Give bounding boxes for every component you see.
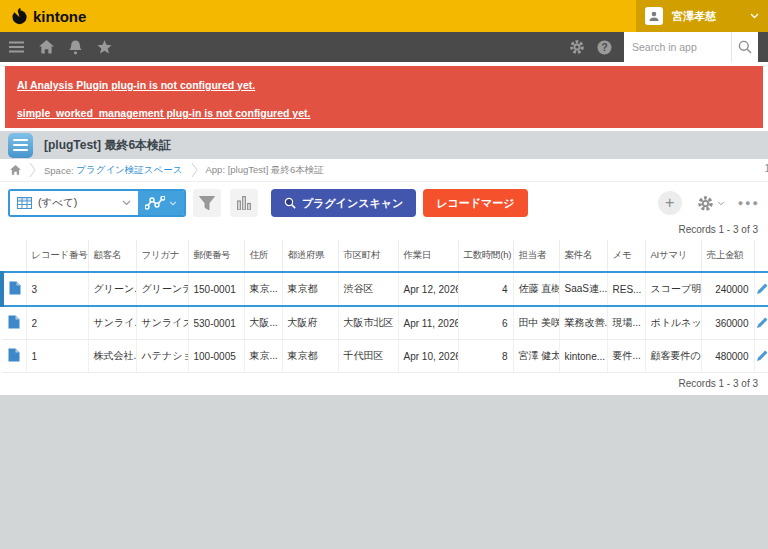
- navbar-left-icons: [0, 40, 112, 55]
- scan-magnifier-icon: [284, 197, 296, 209]
- table-cell: 東京都: [282, 340, 338, 373]
- notifications-bell-icon[interactable]: [69, 40, 82, 55]
- more-options-button[interactable]: ●●●: [732, 198, 760, 208]
- column-header-10[interactable]: 案件名: [559, 240, 607, 272]
- records-table: レコード番号顧客名フリガナ郵便番号住所都道府県市区町村作業日工数時間(h)担当者…: [0, 240, 768, 373]
- app-title: [plugTest] 最終6本検証: [44, 137, 171, 154]
- search-input[interactable]: [624, 32, 731, 62]
- column-header-12[interactable]: AIサマリ: [645, 240, 701, 272]
- column-header-edit[interactable]: [754, 240, 768, 272]
- column-header-7[interactable]: 作業日: [398, 240, 458, 272]
- records-summary-bottom: Records 1 - 3 of 3: [0, 373, 768, 395]
- view-toolbar: (すべて) プラグインスキャン レコードマージ + ●●●: [0, 182, 768, 223]
- table-cell: 現場...: [607, 306, 645, 340]
- table-row[interactable]: 3グリーン...グリーンテ...150-0001東京...東京都渋谷区Apr 1…: [2, 272, 768, 306]
- view-selector: (すべて): [8, 189, 186, 217]
- table-cell: Apr 11, 2026: [398, 306, 458, 340]
- table-cell: 530-0001: [188, 306, 244, 340]
- chart-button[interactable]: [230, 189, 258, 217]
- app-header-bar: [plugTest] 最終6本検証: [0, 131, 768, 159]
- table-cell: 千代田区: [338, 340, 398, 373]
- column-header-select[interactable]: [2, 240, 26, 272]
- table-cell: サンライ...: [88, 306, 136, 340]
- table-cell: 渋谷区: [338, 272, 398, 306]
- record-merge-button[interactable]: レコードマージ: [423, 189, 527, 217]
- breadcrumb-space-link[interactable]: プラグイン検証スペース: [76, 164, 182, 177]
- brand-text: kintone: [33, 8, 86, 25]
- breadcrumb-trailing-partial: 1: [764, 163, 768, 174]
- table-cell: 株式会社...: [88, 340, 136, 373]
- plugin-scan-label: プラグインスキャン: [302, 196, 403, 211]
- filter-funnel-icon: [199, 196, 215, 211]
- table-cell: ボトルネッ...: [645, 306, 701, 340]
- column-header-8[interactable]: 工数時間(h): [458, 240, 513, 272]
- user-menu[interactable]: 宮澤孝慈: [636, 0, 768, 32]
- edit-record-button[interactable]: [754, 340, 768, 373]
- plugin-alert-banner: AI Analysis Plugin plug-in is not config…: [5, 66, 763, 128]
- chevron-down-icon: [750, 13, 759, 19]
- record-doc-icon: [8, 315, 20, 329]
- table-cell: 150-0001: [188, 272, 244, 306]
- table-cell: 佐藤 直樹: [513, 272, 559, 306]
- plugin-scan-button[interactable]: プラグインスキャン: [271, 189, 416, 217]
- table-cell: 240000: [701, 272, 754, 306]
- table-cell: 大阪市北区: [338, 306, 398, 340]
- edit-pencil-icon: [756, 282, 768, 295]
- alert-link-simple-worked-management[interactable]: simple_worked_management plug-in is not …: [17, 107, 751, 119]
- column-header-9[interactable]: 担当者: [513, 240, 559, 272]
- global-navbar: ?: [0, 32, 768, 62]
- gear-icon: [697, 195, 714, 212]
- table-cell: サンライズ...: [136, 306, 188, 340]
- table-row[interactable]: 2サンライ...サンライズ...530-0001大阪...大阪府大阪市北区Apr…: [2, 306, 768, 340]
- column-header-5[interactable]: 都道府県: [282, 240, 338, 272]
- app-settings-button[interactable]: [697, 195, 725, 212]
- edit-record-button[interactable]: [754, 306, 768, 340]
- breadcrumb-home-icon[interactable]: [10, 165, 21, 175]
- column-header-6[interactable]: 市区町村: [338, 240, 398, 272]
- add-record-button[interactable]: +: [658, 191, 682, 215]
- table-cell: 480000: [701, 340, 754, 373]
- column-header-11[interactable]: メモ: [607, 240, 645, 272]
- table-cell: 東京都: [282, 272, 338, 306]
- app-icon[interactable]: [8, 133, 33, 158]
- top-header-bar: kintone 宮澤孝慈: [0, 0, 768, 32]
- breadcrumb-separator-icon: [29, 162, 36, 178]
- table-cell: 6: [458, 306, 513, 340]
- home-icon[interactable]: [39, 40, 54, 54]
- table-cell: SaaS連...: [559, 272, 607, 306]
- user-avatar-icon: [645, 7, 663, 25]
- app-search: [624, 32, 758, 62]
- breadcrumb-app-current: App: [plugTest] 最終6本検証: [206, 164, 324, 177]
- table-cell: ハテナショ...: [136, 340, 188, 373]
- navbar-right: ?: [569, 32, 768, 62]
- column-header-1[interactable]: 顧客名: [88, 240, 136, 272]
- record-merge-label: レコードマージ: [436, 196, 514, 211]
- table-cell: 360000: [701, 306, 754, 340]
- breadcrumb-space-prefix: Space:: [44, 165, 74, 176]
- table-row[interactable]: 1株式会社...ハテナショ...100-0005東京...東京都千代田区Apr …: [2, 340, 768, 373]
- settings-gear-icon[interactable]: [569, 39, 585, 55]
- column-header-3[interactable]: 郵便番号: [188, 240, 244, 272]
- help-icon[interactable]: ?: [597, 40, 612, 55]
- filter-button[interactable]: [193, 189, 221, 217]
- edit-record-button[interactable]: [754, 272, 768, 306]
- record-icon-cell: [2, 306, 26, 340]
- hamburger-menu-icon[interactable]: [9, 41, 24, 53]
- favorites-star-icon[interactable]: [97, 40, 112, 54]
- column-header-2[interactable]: フリガナ: [136, 240, 188, 272]
- table-cell: 大阪...: [244, 306, 282, 340]
- graph-view-toggle[interactable]: [138, 191, 184, 215]
- column-header-0[interactable]: レコード番号: [26, 240, 88, 272]
- table-cell: スコープ明...: [645, 272, 701, 306]
- alert-link-ai-analysis[interactable]: AI Analysis Plugin plug-in is not config…: [17, 79, 751, 91]
- kintone-logo[interactable]: kintone: [0, 8, 86, 25]
- column-header-4[interactable]: 住所: [244, 240, 282, 272]
- graph-nodes-icon: [145, 196, 165, 210]
- column-header-13[interactable]: 売上金額: [701, 240, 754, 272]
- search-icon: [738, 40, 752, 54]
- record-icon-cell: [2, 340, 26, 373]
- table-cell: 2: [26, 306, 88, 340]
- view-selector-dropdown[interactable]: (すべて): [10, 191, 138, 215]
- table-cell: 8: [458, 340, 513, 373]
- search-submit-button[interactable]: [731, 32, 758, 62]
